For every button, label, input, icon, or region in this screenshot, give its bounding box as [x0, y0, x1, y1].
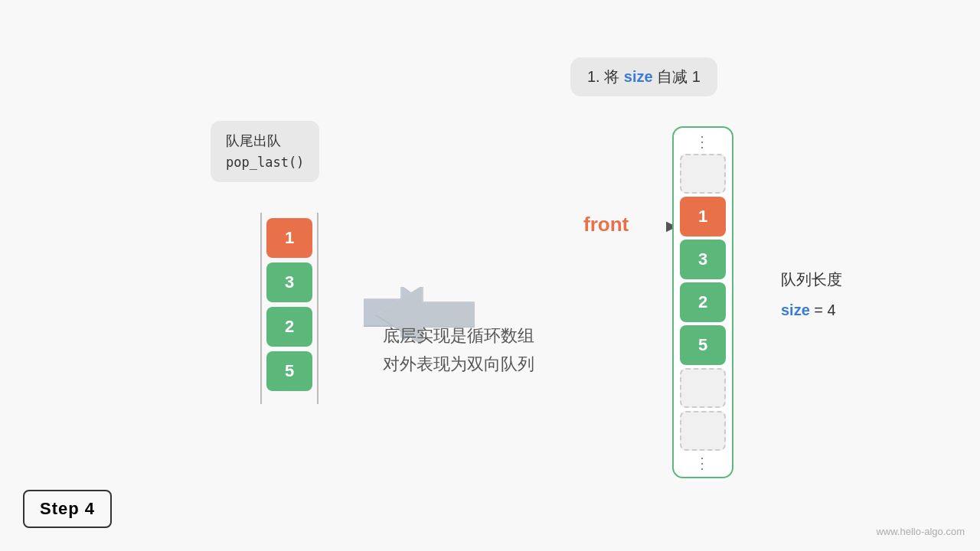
left-list: 1 3 2 5: [266, 218, 312, 391]
right-cell-0: 1: [680, 197, 726, 236]
op-line2: pop_last(): [226, 152, 304, 173]
tooltip-keyword: size: [624, 68, 653, 85]
size-keyword: size: [781, 302, 810, 318]
tooltip-box: 1. 将 size 自减 1: [570, 57, 717, 96]
operation-label: 队尾出队 pop_last(): [211, 121, 319, 182]
queue-info-size: size = 4: [781, 295, 842, 325]
desc-text: 底层实现是循环数组 对外表现为双向队列: [383, 321, 534, 379]
placeholder-bot: [680, 411, 726, 451]
right-cell-3: 5: [680, 325, 726, 365]
dots-bot: ⋮: [694, 454, 711, 472]
watermark: www.hello-algo.com: [876, 526, 965, 537]
placeholder-mid: [680, 368, 726, 408]
left-cell-1: 3: [266, 262, 312, 302]
front-label: front: [583, 213, 629, 236]
queue-info-label: 队列长度: [781, 264, 842, 295]
left-cell-2: 2: [266, 307, 312, 347]
left-cell-0: 1: [266, 218, 312, 258]
op-line1: 队尾出队: [226, 130, 304, 152]
placeholder-top: [680, 154, 726, 194]
step-badge: Step 4: [23, 490, 112, 528]
left-cell-3: 5: [266, 351, 312, 391]
dots-top: ⋮: [694, 132, 711, 151]
right-array: ⋮ 1 3 2 5 ⋮: [672, 126, 733, 478]
right-cell-1: 3: [680, 240, 726, 279]
desc-line1: 底层实现是循环数组: [383, 321, 534, 350]
queue-info: 队列长度 size = 4: [781, 264, 842, 325]
desc-line2: 对外表现为双向队列: [383, 350, 534, 378]
tooltip-text2: 自减 1: [653, 68, 701, 85]
tooltip-text1: 1. 将: [587, 68, 624, 85]
right-cell-2: 2: [680, 282, 726, 322]
size-value: = 4: [810, 302, 836, 318]
